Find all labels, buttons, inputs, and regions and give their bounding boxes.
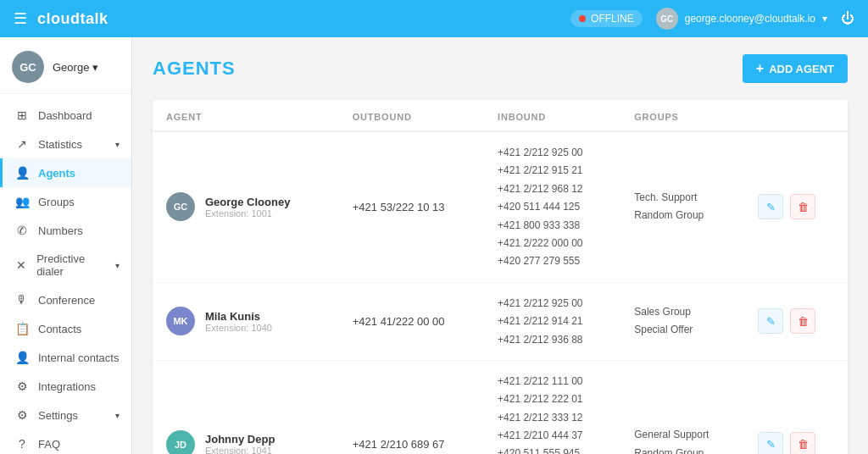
sidebar-item-label: Numbers	[38, 224, 83, 237]
action-cell: ✎ 🗑	[744, 360, 848, 454]
inbound-numbers: +421 2/212 925 00+421 2/212 914 21+421 2…	[484, 282, 620, 360]
sidebar-item-label: Statistics	[38, 138, 82, 151]
inbound-numbers: +421 2/212 111 00+421 2/212 222 01+421 2…	[484, 360, 620, 454]
agent-extension: Extension: 1001	[205, 208, 290, 219]
group-name: Random Group	[634, 445, 731, 454]
inbound-number: +421 2/212 915 21	[498, 162, 607, 179]
sidebar-item-settings[interactable]: ⚙ Settings ▾	[0, 401, 131, 429]
group-name: Tech. Support	[634, 189, 731, 208]
sidebar-item-predictive-dialer[interactable]: ✕ Predictive dialer ▾	[0, 245, 131, 285]
sidebar-item-integrations[interactable]: ⚙ Integrations	[0, 372, 131, 401]
delete-button[interactable]: 🗑	[790, 308, 815, 334]
agent-extension: Extension: 1040	[205, 323, 272, 333]
sidebar-item-label: Conference	[38, 294, 95, 307]
outbound-number: +421 41/222 00 00	[339, 282, 484, 360]
group-name: Sales Group	[634, 303, 731, 322]
inbound-number: +420 277 279 555	[498, 252, 607, 269]
add-agent-button[interactable]: + ADD AGENT	[743, 54, 848, 83]
agent-cell: GC George Clooney Extension: 1001	[153, 131, 339, 282]
topnav-left: ☰ cloudtalk	[14, 9, 108, 28]
sidebar-item-numbers[interactable]: ✆ Numbers	[0, 216, 131, 245]
table-row: GC George Clooney Extension: 1001 +421 5…	[153, 131, 848, 282]
main-content: AGENTS + ADD AGENT AGENT OUTBOUND INBOUN…	[132, 37, 868, 454]
table-row: JD Johnny Depp Extension: 1041 +421 2/21…	[153, 360, 848, 454]
chevron-down-icon: ▾	[822, 13, 827, 25]
hamburger-icon[interactable]: ☰	[14, 9, 27, 28]
sidebar-nav: ⊞ Dashboard ↗ Statistics ▾ 👤 Agents 👥 Gr…	[0, 94, 131, 454]
col-groups: GROUPS	[620, 100, 744, 131]
group-name: General Support	[634, 426, 731, 445]
inbound-number: +421 2/212 925 00	[498, 295, 607, 312]
delete-button[interactable]: 🗑	[790, 432, 815, 454]
agents-icon: 👤	[14, 166, 30, 180]
page-title: AGENTS	[153, 58, 236, 80]
inbound-numbers: +421 2/212 925 00+421 2/212 915 21+421 2…	[484, 131, 620, 282]
inbound-number: +421 2/222 000 00	[498, 235, 607, 252]
user-email: george.clooney@cloudtalk.io	[685, 13, 815, 25]
statistics-icon: ↗	[14, 137, 30, 151]
agent-name: Mila Kunis	[205, 310, 272, 323]
groups-cell: Sales GroupSpecial Offer	[620, 282, 744, 360]
agent-extension: Extension: 1041	[205, 446, 275, 454]
inbound-number: +421 800 933 338	[498, 217, 607, 234]
col-actions	[744, 100, 848, 131]
sidebar-item-internal-contacts[interactable]: 👤 Internal contacts	[0, 343, 131, 372]
sidebar-item-groups[interactable]: 👥 Groups	[0, 187, 131, 216]
group-name: Random Group	[634, 207, 731, 225]
inbound-number: +421 2/212 333 12	[498, 409, 607, 426]
sidebar-item-conference[interactable]: 🎙 Conference	[0, 285, 131, 314]
numbers-icon: ✆	[14, 224, 30, 237]
agents-table: AGENT OUTBOUND INBOUND GROUPS GC George …	[153, 100, 848, 454]
inbound-number: +420 511 444 125	[498, 198, 607, 215]
action-cell: ✎ 🗑	[744, 282, 848, 360]
inbound-number: +421 2/212 222 01	[498, 390, 607, 407]
sidebar-item-label: Groups	[38, 196, 75, 208]
col-inbound: INBOUND	[484, 100, 620, 131]
groups-icon: 👥	[14, 195, 30, 208]
sidebar-item-statistics[interactable]: ↗ Statistics ▾	[0, 130, 131, 158]
sidebar-item-dashboard[interactable]: ⊞ Dashboard	[0, 101, 131, 130]
avatar: MK	[166, 307, 195, 335]
edit-button[interactable]: ✎	[758, 432, 783, 454]
inbound-number: +421 2/212 914 21	[498, 313, 607, 329]
sidebar: GC George ▾ ⊞ Dashboard ↗ Statistics ▾ 👤…	[0, 37, 132, 454]
sidebar-item-contacts[interactable]: 📋 Contacts	[0, 314, 131, 343]
power-icon[interactable]: ⏻	[841, 11, 854, 26]
sidebar-profile[interactable]: GC George ▾	[0, 37, 131, 94]
inbound-number: +421 2/212 925 00	[498, 144, 607, 161]
groups-cell: Tech. SupportRandom Group	[620, 131, 744, 282]
profile-name: George ▾	[53, 61, 98, 74]
outbound-number: +421 53/222 10 13	[339, 131, 484, 282]
agents-table-card: AGENT OUTBOUND INBOUND GROUPS GC George …	[153, 100, 848, 454]
sidebar-item-label: Settings	[38, 409, 78, 422]
user-menu[interactable]: GC george.clooney@cloudtalk.io ▾	[656, 8, 827, 30]
chevron-down-icon: ▾	[115, 140, 120, 149]
group-name: Special Offer	[634, 321, 731, 340]
dashboard-icon: ⊞	[14, 108, 30, 122]
delete-button[interactable]: 🗑	[790, 194, 815, 219]
sidebar-item-faq[interactable]: ? FAQ	[0, 429, 131, 454]
edit-button[interactable]: ✎	[758, 194, 783, 219]
sidebar-item-agents[interactable]: 👤 Agents	[0, 158, 131, 187]
plus-icon: +	[756, 61, 764, 76]
inbound-number: +421 2/212 111 00	[498, 373, 607, 390]
inbound-number: +421 2/212 936 88	[498, 331, 607, 348]
contacts-icon: 📋	[14, 322, 30, 335]
edit-button[interactable]: ✎	[758, 308, 783, 334]
settings-icon: ⚙	[14, 408, 30, 422]
sidebar-item-label: Internal contacts	[38, 352, 119, 364]
col-outbound: OUTBOUND	[339, 100, 484, 131]
agent-name: George Clooney	[205, 196, 290, 208]
faq-icon: ?	[14, 437, 30, 451]
offline-dot	[579, 15, 586, 22]
page-header: AGENTS + ADD AGENT	[153, 54, 848, 83]
add-agent-label: ADD AGENT	[769, 63, 834, 75]
col-agent: AGENT	[153, 100, 339, 131]
avatar: GC	[166, 192, 195, 221]
chevron-down-icon: ▾	[92, 61, 98, 74]
agent-name: Johnny Depp	[205, 433, 275, 446]
outbound-number: +421 2/210 689 67	[339, 360, 484, 454]
chevron-down-icon: ▾	[115, 411, 120, 420]
inbound-number: +421 2/212 968 12	[498, 180, 607, 197]
conference-icon: 🎙	[14, 293, 30, 307]
